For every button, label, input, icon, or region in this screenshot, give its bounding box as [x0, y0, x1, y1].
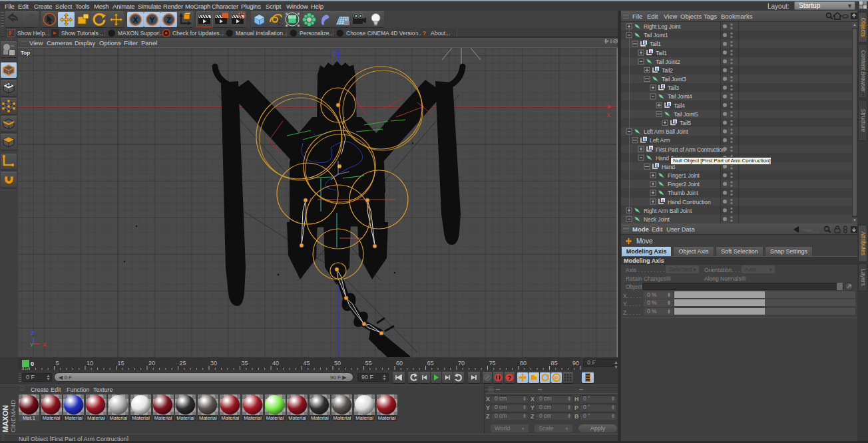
svg-text:30: 30 [210, 360, 217, 367]
svg-text:Finger2 Joint: Finger2 Joint [668, 181, 700, 188]
svg-text:Right Arm Ball Joint: Right Arm Ball Joint [644, 208, 692, 214]
svg-text:?: ? [423, 29, 427, 37]
svg-text:55: 55 [365, 360, 372, 367]
svg-text:Hand Contruction: Hand Contruction [668, 199, 711, 206]
svg-text:First Part of Arm Contruction: First Part of Arm Contruction [656, 146, 726, 153]
svg-text:Neck Joint: Neck Joint [644, 216, 670, 223]
svg-text:45: 45 [304, 360, 310, 367]
svg-text:40: 40 [272, 360, 279, 367]
svg-text:Right Leg Joint: Right Leg Joint [644, 23, 681, 30]
svg-text:Tail Joint5: Tail Joint5 [674, 111, 698, 118]
svg-text:0 1W: 0 1W [22, 367, 30, 370]
svg-text:35: 35 [242, 360, 248, 367]
svg-text:Z: Z [332, 51, 336, 57]
svg-text:Y: Y [150, 16, 155, 24]
svg-text:Z: Z [166, 16, 171, 24]
svg-text:Tail2: Tail2 [662, 67, 673, 74]
svg-text:F: F [9, 30, 13, 37]
svg-text:Tail4: Tail4 [674, 102, 685, 109]
svg-text:60: 60 [396, 360, 403, 367]
svg-text:80: 80 [520, 360, 527, 367]
svg-text:20: 20 [148, 360, 155, 367]
svg-text:65: 65 [427, 360, 434, 367]
svg-text:5: 5 [56, 360, 59, 367]
svg-text:P: P [554, 375, 558, 381]
svg-text:90: 90 [572, 360, 579, 367]
svg-text:X: X [43, 341, 47, 348]
svg-text:Finger1 Joint: Finger1 Joint [668, 172, 700, 179]
svg-text:CINEMA4D: CINEMA4D [9, 400, 17, 432]
svg-text:0: 0 [31, 361, 34, 367]
svg-text:25: 25 [180, 360, 186, 367]
svg-text:15: 15 [118, 360, 124, 367]
svg-text:Tail1: Tail1 [656, 50, 667, 57]
svg-text:70: 70 [458, 360, 465, 367]
svg-text:Left Arm: Left Arm [650, 137, 670, 144]
svg-text:Left Arm Ball Joint: Left Arm Ball Joint [644, 128, 688, 135]
svg-text:Tail Joint3: Tail Joint3 [662, 76, 686, 82]
svg-text:Tail1: Tail1 [650, 41, 661, 47]
svg-text:X: X [133, 16, 138, 24]
svg-text:50: 50 [334, 360, 341, 367]
svg-text:Y: Y [30, 342, 34, 348]
svg-text:X: X [606, 112, 610, 118]
svg-text:Thumb Joint: Thumb Joint [668, 190, 698, 196]
svg-text:75: 75 [489, 360, 496, 367]
svg-text:Tail3: Tail3 [668, 84, 679, 91]
svg-text:85: 85 [551, 360, 558, 367]
svg-text:Tail5: Tail5 [680, 120, 691, 126]
svg-text:?: ? [508, 374, 511, 381]
svg-text:Tail Joint2: Tail Joint2 [656, 59, 680, 65]
svg-text:MAXON: MAXON [1, 405, 9, 432]
svg-text:Z: Z [31, 330, 35, 337]
svg-text:Tail Joint1: Tail Joint1 [644, 32, 668, 39]
svg-text:Tail Joint4: Tail Joint4 [668, 93, 692, 100]
svg-text:10: 10 [87, 360, 93, 367]
